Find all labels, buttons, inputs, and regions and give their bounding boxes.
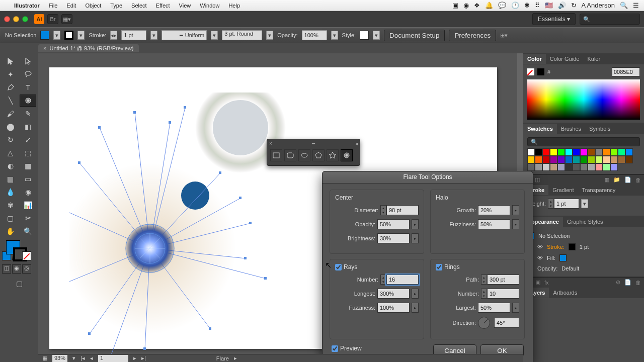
ellipse-shape-button[interactable] bbox=[298, 149, 310, 161]
none-mode[interactable] bbox=[22, 251, 31, 260]
spotlight-icon[interactable]: 🔍 bbox=[620, 2, 628, 9]
preview-checkbox[interactable] bbox=[332, 345, 338, 352]
path-input[interactable] bbox=[487, 275, 519, 285]
spotlight-sync-icon[interactable]: ↻ bbox=[571, 2, 577, 9]
tab-color-guide[interactable]: Color Guide bbox=[546, 54, 584, 64]
artboard-number-field[interactable]: 1 bbox=[98, 355, 128, 362]
rings-number-input[interactable] bbox=[487, 289, 519, 299]
new-color-group-icon[interactable]: 📁 bbox=[613, 176, 620, 183]
screen-mode-tool[interactable]: ▢ bbox=[2, 278, 36, 290]
swatch[interactable] bbox=[625, 148, 633, 156]
screen-recording-icon[interactable]: ▣ bbox=[452, 2, 458, 9]
hand-tool[interactable]: ✋ bbox=[2, 225, 19, 237]
width-tool[interactable]: △ bbox=[2, 147, 19, 159]
swatch[interactable] bbox=[603, 148, 610, 156]
brush-menu[interactable]: ▾ bbox=[266, 31, 273, 40]
shape-builder-tool[interactable]: ◐ bbox=[2, 160, 19, 172]
swatch[interactable] bbox=[573, 148, 580, 156]
longest-input[interactable] bbox=[377, 289, 410, 299]
swatch[interactable] bbox=[588, 148, 595, 156]
swatch[interactable] bbox=[603, 163, 610, 171]
symbol-sprayer-tool[interactable]: ✾ bbox=[2, 199, 19, 211]
canvas-area[interactable]: ×━◂ Flare Tool Options Center Diameter:▴… bbox=[38, 53, 523, 356]
menu-select[interactable]: Select bbox=[131, 3, 147, 9]
app-menu[interactable]: Illustrator bbox=[14, 3, 40, 9]
graph-tool[interactable]: 📊 bbox=[20, 199, 36, 211]
swatch[interactable] bbox=[535, 156, 542, 163]
swatch[interactable] bbox=[610, 163, 618, 171]
last-artboard-icon[interactable]: ▸| bbox=[141, 355, 146, 361]
tab-brushes[interactable]: Brushes bbox=[557, 124, 585, 134]
menu-help[interactable]: Help bbox=[228, 3, 240, 9]
swatches-search[interactable]: 🔍 bbox=[527, 137, 640, 146]
fill-swatch[interactable] bbox=[40, 31, 49, 40]
swatch[interactable] bbox=[557, 163, 565, 171]
style-swatch[interactable] bbox=[360, 31, 369, 40]
rays-number-stepper[interactable]: ▴▾ bbox=[380, 275, 419, 285]
swatch[interactable] bbox=[542, 156, 550, 163]
eyedropper-tool[interactable]: 💧 bbox=[2, 186, 19, 198]
color-spectrum[interactable] bbox=[527, 79, 640, 120]
next-artboard-icon[interactable]: ▸ bbox=[133, 355, 136, 361]
delete-swatch-icon[interactable]: 🗑 bbox=[635, 177, 641, 183]
type-tool[interactable]: T bbox=[20, 81, 36, 94]
menu-object[interactable]: Object bbox=[85, 3, 101, 9]
swatch[interactable] bbox=[603, 156, 610, 163]
swatch[interactable] bbox=[557, 148, 565, 156]
swatch[interactable] bbox=[565, 156, 573, 163]
new-swatch-icon[interactable]: 📄 bbox=[624, 176, 631, 183]
paintbrush-tool[interactable]: 🖌 bbox=[2, 108, 19, 120]
visibility-icon-2[interactable]: 👁 bbox=[537, 255, 543, 261]
mesh-tool[interactable]: ▦ bbox=[2, 173, 19, 185]
tab-artboards[interactable]: Artboards bbox=[549, 288, 581, 298]
tab-gradient[interactable]: Gradient bbox=[548, 185, 578, 195]
free-transform-tool[interactable]: ⬚ bbox=[20, 147, 36, 159]
brush-select[interactable]: 3 pt. Round bbox=[222, 30, 262, 40]
stroke-profile-select[interactable]: ━ Uniform bbox=[162, 30, 207, 40]
stroke-menu[interactable]: ▾ bbox=[77, 31, 85, 40]
settings-star-icon[interactable]: ✱ bbox=[524, 2, 530, 9]
blob-brush-tool[interactable]: ⬤ bbox=[2, 121, 19, 133]
fill-menu[interactable]: ▾ bbox=[53, 31, 60, 40]
arrange-documents-button[interactable]: ▦▾ bbox=[61, 14, 72, 24]
largest-slider-button[interactable]: ▸ bbox=[512, 303, 519, 313]
swatch[interactable] bbox=[565, 148, 573, 156]
growth-input[interactable] bbox=[478, 205, 510, 215]
swatch[interactable] bbox=[580, 148, 588, 156]
align-to-icon[interactable]: ⊞▾ bbox=[500, 32, 508, 39]
polygon-shape-button[interactable] bbox=[312, 149, 325, 161]
document-tab[interactable]: ×Untitled-1* @ 93% (RGB/Preview) bbox=[38, 44, 139, 52]
swatch[interactable] bbox=[573, 156, 580, 163]
center-opacity-input[interactable] bbox=[377, 219, 410, 229]
tab-swatches[interactable]: Swatches bbox=[523, 124, 557, 134]
zoom-tool[interactable]: 🔍 bbox=[20, 225, 36, 237]
swatch[interactable] bbox=[610, 156, 618, 163]
minimize-window-button[interactable] bbox=[13, 16, 19, 22]
magic-wand-tool[interactable]: ✦ bbox=[2, 68, 19, 80]
blend-tool[interactable]: ◉ bbox=[20, 186, 36, 198]
rays-fuzziness-input[interactable] bbox=[377, 303, 410, 313]
swatch[interactable] bbox=[565, 163, 573, 171]
swatch[interactable] bbox=[542, 148, 550, 156]
swatch-kinds-icon[interactable]: ◫ bbox=[535, 176, 540, 183]
clock-icon[interactable]: 🕐 bbox=[511, 2, 519, 9]
stroke-weight-menu[interactable]: ▾ bbox=[150, 31, 157, 40]
first-artboard-icon[interactable]: |◂ bbox=[80, 355, 85, 361]
brightness-slider-button[interactable]: ▸ bbox=[412, 233, 419, 243]
zoom-field[interactable]: 93% bbox=[52, 355, 67, 362]
swatch[interactable] bbox=[618, 148, 625, 156]
volume-icon[interactable]: 🔊 bbox=[558, 2, 566, 9]
add-fill-icon[interactable]: ▣ bbox=[535, 279, 540, 286]
largest-input[interactable] bbox=[478, 303, 510, 313]
swatch[interactable] bbox=[550, 148, 557, 156]
swatch[interactable] bbox=[542, 163, 550, 171]
rotate-tool[interactable]: ↻ bbox=[2, 134, 19, 146]
swatch[interactable] bbox=[573, 163, 580, 171]
menu-type[interactable]: Type bbox=[110, 3, 122, 9]
preferences-button[interactable]: Preferences bbox=[449, 30, 496, 41]
slice-tool[interactable]: ✂ bbox=[20, 212, 36, 224]
color-stroke-swatch[interactable] bbox=[537, 68, 544, 75]
tab-transparency[interactable]: Transparency bbox=[578, 185, 619, 195]
stroke-profile-menu[interactable]: ▾ bbox=[211, 31, 218, 40]
zoom-window-button[interactable] bbox=[22, 16, 28, 22]
